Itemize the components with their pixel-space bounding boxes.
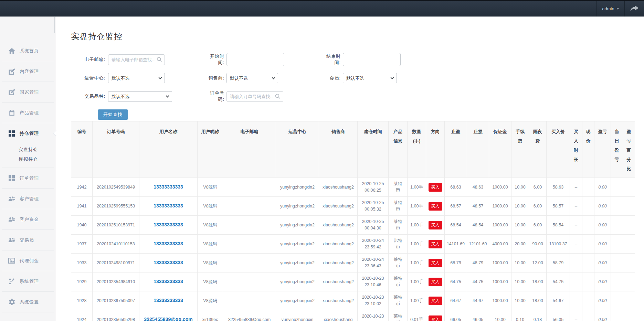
- username-link[interactable]: 13333333333: [154, 279, 183, 284]
- cell-duration: --: [570, 197, 582, 216]
- cell-product: 莱特币: [389, 254, 408, 272]
- sidebar-item-3[interactable]: 国家管理: [0, 82, 56, 102]
- cell-email: 3225455839@qq.com: [223, 310, 276, 321]
- cell-open-time: 2020-10-24 23:36:43: [358, 254, 389, 272]
- cell-stop-loss: 48.54: [467, 216, 489, 235]
- cell-day-pnl: [611, 291, 623, 310]
- cell-direction: 买入: [426, 216, 445, 235]
- username-link[interactable]: 13333333333: [154, 241, 183, 246]
- col-header-duration: 买入时长: [570, 121, 582, 178]
- username-link[interactable]: 13333333333: [154, 184, 183, 190]
- sidebar-item-label: 客户管理: [20, 196, 39, 202]
- email-label: 电子邮箱:: [71, 56, 105, 63]
- seller-select[interactable]: 默认不选: [226, 73, 278, 83]
- direction-badge: 买入: [429, 221, 442, 229]
- sidebar-item-2[interactable]: 内容管理: [0, 61, 56, 82]
- sidebar-item-label: 持仓管理: [20, 130, 39, 137]
- cell-overnight-fee: 6.00: [529, 216, 547, 235]
- username-link[interactable]: 13333333333: [154, 298, 183, 303]
- cell-username: 13333333333: [139, 197, 198, 216]
- sidebar: 系统首页内容管理国家管理产品管理持仓管理实盘持仓模拟持仓订单管理客户管理客户资金…: [0, 17, 56, 321]
- search-icon[interactable]: [275, 94, 281, 100]
- col-header-pnl-pct: 盈亏百分比: [623, 121, 635, 178]
- end-time-label: 结束时间:: [320, 53, 341, 66]
- cell-current-price: [582, 235, 594, 254]
- cell-open-time: 2020-10-23 14:38:00: [358, 310, 389, 321]
- sidebar-item-1[interactable]: 系统首页: [0, 41, 56, 61]
- sidebar-item-5[interactable]: 持仓管理: [0, 123, 56, 143]
- cell-fee: 10.00: [511, 291, 529, 310]
- cell-take-profit: 64.75: [445, 272, 467, 291]
- sidebar-item-8[interactable]: 客户资金: [0, 209, 56, 229]
- cell-id: 1924: [71, 310, 93, 321]
- username-link[interactable]: 13333333333: [154, 203, 183, 208]
- cell-overnight-fee: 6.00: [529, 178, 547, 197]
- cell-product: 莱特币: [389, 272, 408, 291]
- cell-direction: 买入: [426, 197, 445, 216]
- sidebar-item-11[interactable]: 系统管理: [0, 271, 56, 291]
- cell-buy-price: 58.63: [547, 178, 570, 197]
- sidebar-item-10[interactable]: 代理佣金: [0, 250, 56, 271]
- filter-row-1: 电子邮箱: 开始时间: 结束时间:: [71, 53, 644, 66]
- col-header-qty: 数量(手): [408, 121, 426, 178]
- sidebar-item-12[interactable]: 系统设置: [0, 292, 56, 312]
- member-select[interactable]: 默认不选: [343, 73, 397, 83]
- cell-seller: xiaoshoushang2: [319, 197, 358, 216]
- logout-button[interactable]: [625, 1, 644, 17]
- cell-username: 3225455839@qq.com: [139, 310, 198, 321]
- sidebar-item-label: 系统首页: [20, 48, 39, 54]
- sidebar-item-9[interactable]: 交易员: [0, 230, 56, 250]
- username-link[interactable]: 3225455839@qq.com: [144, 317, 192, 321]
- cell-duration: --: [570, 235, 582, 254]
- cell-op-center: yunyingzhongxin2: [276, 272, 319, 291]
- col-header-id: 编号: [71, 121, 93, 178]
- cell-op-center: yunyingzhongxin2: [276, 178, 319, 197]
- cell-order-no: 2020102356505298: [93, 310, 139, 321]
- cell-overnight-fee: 18.00: [529, 291, 547, 310]
- search-button[interactable]: 开始查找: [98, 109, 128, 120]
- end-time-input[interactable]: [343, 53, 401, 66]
- cell-seller: xiaoshoushang2: [319, 235, 358, 254]
- cell-take-profit: 64.67: [445, 291, 467, 310]
- username-link[interactable]: 13333333333: [154, 222, 183, 227]
- sidebar-subitem-1[interactable]: 实盘持仓: [0, 145, 56, 154]
- cell-fee: 10.00: [511, 178, 529, 197]
- cell-pnl-pct: [623, 178, 635, 197]
- sidebar-scrollbar[interactable]: [54, 17, 55, 33]
- cell-product: 比特币: [389, 235, 408, 254]
- cell-pnl: 0.00: [594, 291, 611, 310]
- operation-center-select[interactable]: 默认不选: [108, 73, 165, 83]
- sidebar-subitem-2[interactable]: 模拟持仓: [0, 154, 56, 164]
- cell-id: 1942: [71, 178, 93, 197]
- table-row: 1940202010251015397113333333333V8源码yunyi…: [71, 216, 635, 235]
- col-header-open-time: 建仓时间: [358, 121, 389, 178]
- col-header-product: 产品信息: [389, 121, 408, 178]
- col-header-day-pnl: 当日盈亏: [611, 121, 623, 178]
- cell-duration: --: [570, 178, 582, 197]
- search-icon[interactable]: [157, 57, 162, 64]
- cell-qty: 1.00手: [408, 254, 426, 272]
- cell-pnl-pct: [623, 216, 635, 235]
- cell-pnl-pct: [623, 310, 635, 321]
- cell-product: 莱特币: [389, 310, 408, 321]
- cell-fee: 20.00: [511, 235, 529, 254]
- admin-dropdown[interactable]: admin: [597, 1, 625, 17]
- sidebar-item-6[interactable]: 订单管理: [0, 168, 56, 188]
- cell-username: 13333333333: [139, 291, 198, 310]
- cell-stop-loss: 48.79: [467, 254, 489, 272]
- logout-arrow-icon: [630, 4, 639, 13]
- cell-email: [223, 216, 276, 235]
- trade-type-select[interactable]: 默认不选: [108, 91, 172, 102]
- col-header-username: 用户名称: [139, 121, 198, 178]
- start-time-input[interactable]: [226, 53, 284, 66]
- cell-current-price: [582, 272, 594, 291]
- sidebar-sublist: 实盘持仓模拟持仓: [0, 143, 56, 168]
- sidebar-item-label: 系统设置: [20, 299, 39, 305]
- cell-id: 1928: [71, 291, 93, 310]
- username-link[interactable]: 13333333333: [154, 260, 183, 265]
- sidebar-divider: [2, 312, 54, 312]
- sidebar-item-4[interactable]: 产品管理: [0, 103, 56, 123]
- sidebar-item-7[interactable]: 客户管理: [0, 189, 56, 209]
- sidebar-item-label: 国家管理: [20, 89, 39, 95]
- col-header-direction: 方向: [426, 121, 445, 178]
